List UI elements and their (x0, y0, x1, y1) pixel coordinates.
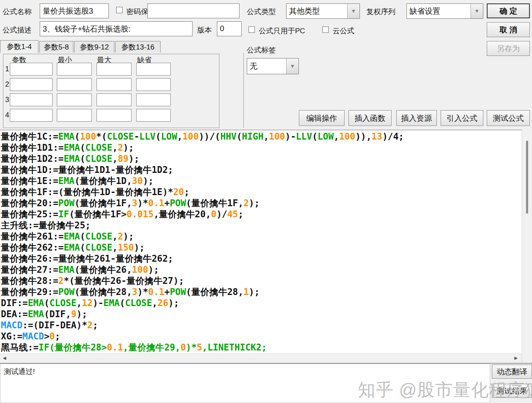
param-input[interactable] (10, 93, 53, 106)
dynamic-translate-button[interactable]: 动态翻译 (492, 365, 532, 379)
code-line[interactable]: 主升线:=量价擒牛25; (1, 220, 523, 231)
formula-name-input[interactable]: 量价共振选股3 (40, 3, 109, 18)
chevron-down-icon[interactable]: ▼ (286, 58, 298, 74)
param-input[interactable] (57, 63, 92, 76)
tab-params-9-12[interactable]: 参数9-12 (74, 41, 114, 53)
code-line[interactable]: MACD:=(DIF-DEA)*2; (1, 320, 523, 331)
formula-editor-dialog: 公式名称 量价共振选股3 密码保护 公式类型 其他类型 ▼ 复权序列 缺省设置 … (0, 0, 532, 403)
code-line[interactable]: 量价擒牛28:=2*(量价擒牛26-量价擒牛27); (1, 275, 523, 286)
scroll-left-icon[interactable]: ◄ (2, 355, 7, 361)
cloud-formula-checkbox-label: 云公式 (333, 26, 354, 36)
code-line[interactable]: 量价擒牛1D1:=EMA(CLOSE,2); (1, 142, 523, 153)
code-line[interactable]: DEA:=EMA(DIF,9); (1, 309, 523, 320)
insert-resource-button[interactable]: 插入资源 (396, 110, 437, 126)
tab-params-5-8[interactable]: 参数5-8 (39, 41, 73, 53)
formula-desc-label: 公式描述 (3, 25, 32, 35)
status-area: 测试通过! (0, 364, 490, 403)
chevron-down-icon[interactable]: ▼ (471, 4, 483, 18)
vertical-scrollbar-thumb[interactable] (526, 141, 528, 213)
code-line[interactable]: 量价擒牛1C:=EMA(100*(CLOSE-LLV(LOW,100))/(HH… (1, 131, 523, 142)
param-input[interactable] (57, 109, 92, 122)
horizontal-scrollbar[interactable]: ◄ ► (0, 353, 522, 363)
formula-desc-input[interactable]: 3、钱袋子+钻石共振选股: (40, 21, 193, 36)
code-line[interactable]: 量价擒牛1E:=EMA(量价擒牛1D,30); (1, 175, 523, 187)
param-panel: 参数最小最大缺省1234 (3, 54, 219, 128)
import-formula-button[interactable]: 引入公式 (441, 110, 483, 126)
code-line[interactable]: 量价擒牛27:=EMA(量价擒牛26,100); (1, 264, 523, 275)
code-line[interactable]: 量价擒牛1F:=(量价擒牛1D-量价擒牛1E)*20; (1, 187, 523, 198)
code-line[interactable]: 量价擒牛29:=POW(量价擒牛28,3)*0.1+POW(量价擒牛28,1); (1, 286, 523, 298)
code-editor[interactable]: 量价擒牛1C:=EMA(100*(CLOSE-LLV(LOW,100))/(HH… (0, 130, 523, 354)
test-formula-button[interactable]: 测试公式 (487, 110, 530, 126)
password-checkbox[interactable] (116, 7, 123, 13)
code-line[interactable]: 量价擒牛25:=IF(量价擒牛1F>0.015,量价擒牛20,0)/45; (1, 209, 523, 220)
param-row-label: 3 (5, 96, 9, 104)
param-input[interactable] (96, 109, 132, 122)
version-input[interactable]: 0 (217, 21, 242, 36)
formula-name-label: 公式名称 (3, 7, 32, 17)
param-row-label: 4 (5, 111, 9, 120)
test-result-button[interactable]: 测试结果 (492, 384, 532, 398)
param-input[interactable] (96, 93, 132, 106)
chevron-down-icon[interactable]: ▼ (347, 4, 360, 18)
param-input[interactable] (136, 78, 171, 91)
code-line[interactable]: 量价擒牛261:=EMA(CLOSE,2); (1, 231, 523, 242)
formula-tag-label: 公式标签 (247, 45, 276, 55)
formula-type-dropdown[interactable]: 其他类型 ▼ (286, 3, 360, 19)
cancel-button[interactable]: 取 消 (487, 22, 530, 37)
code-line[interactable]: 黑马线:=IF(量价擒牛28>0.1,量价擒牛29,0)*5,LINETHICK… (1, 342, 523, 353)
param-input[interactable] (96, 63, 132, 76)
vertical-scrollbar[interactable] (522, 130, 532, 363)
save-as-button[interactable]: 另存为 (487, 41, 530, 56)
param-input[interactable] (10, 78, 53, 91)
param-row-label: 1 (5, 65, 9, 73)
password-input[interactable] (147, 3, 240, 18)
tab-params-1-4[interactable]: 参数1-4 (0, 40, 38, 53)
formula-tag-dropdown[interactable]: 无 ▼ (247, 58, 299, 74)
pc-only-checkbox[interactable] (248, 26, 255, 33)
param-input[interactable] (136, 93, 171, 106)
tab-params-13-16[interactable]: 参数13-16 (115, 41, 161, 53)
status-text: 测试通过! (4, 367, 35, 377)
panel-divider (243, 53, 244, 128)
code-line[interactable]: 量价擒牛262:=EMA(CLOSE,150); (1, 242, 523, 253)
code-line[interactable]: XG:=MACD>0; (1, 331, 523, 342)
code-line[interactable]: 量价擒牛1D2:=EMA(CLOSE,89); (1, 153, 523, 164)
formula-type-label: 公式类型 (247, 7, 276, 17)
cloud-formula-checkbox[interactable] (322, 26, 329, 33)
param-input[interactable] (136, 63, 171, 76)
adjust-series-dropdown[interactable]: 缺省设置 ▼ (406, 3, 483, 19)
adjust-series-label: 复权序列 (366, 7, 395, 17)
param-input[interactable] (57, 93, 92, 106)
code-line[interactable]: DIF:=EMA(CLOSE,12)-EMA(CLOSE,26); (1, 298, 523, 309)
code-line[interactable]: 量价擒牛26:=量价擒牛261-量价擒牛262; (1, 253, 523, 264)
code-line[interactable]: 量价擒牛1D:=量价擒牛1D1-量价擒牛1D2; (1, 164, 523, 175)
scroll-right-icon[interactable]: ► (513, 355, 519, 361)
param-row-label: 2 (5, 80, 9, 89)
param-input[interactable] (136, 109, 171, 122)
ok-button[interactable]: 确 定 (487, 3, 530, 18)
param-input[interactable] (57, 78, 92, 91)
insert-function-button[interactable]: 插入函数 (348, 110, 392, 126)
param-input[interactable] (10, 63, 53, 76)
param-input[interactable] (96, 78, 132, 91)
pc-only-checkbox-label: 公式只用于PC (259, 26, 305, 36)
edit-ops-button[interactable]: 编辑操作 (299, 110, 345, 126)
version-label: 版本 (197, 25, 212, 35)
param-input[interactable] (10, 109, 53, 122)
code-line[interactable]: 量价擒牛20:=POW(量价擒牛1F,3)*0.1+POW(量价擒牛1F,2); (1, 198, 523, 209)
